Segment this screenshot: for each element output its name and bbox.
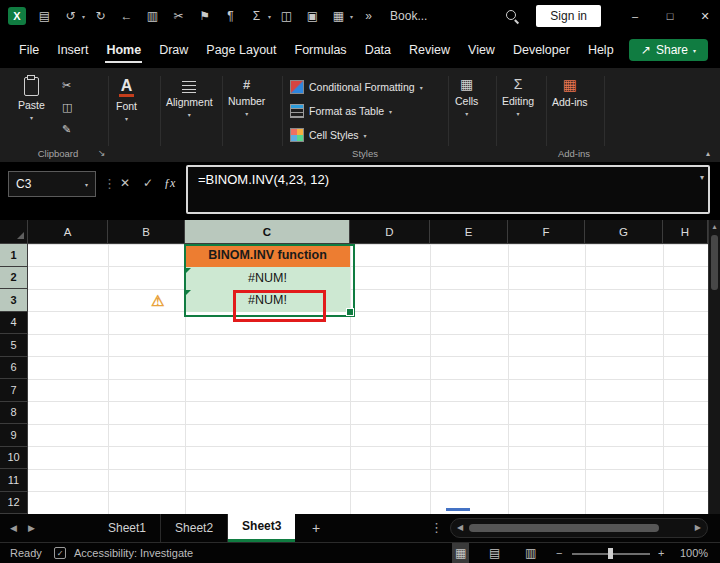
flag-icon[interactable]: ⚑ — [194, 9, 215, 23]
zoom-slider-thumb[interactable] — [608, 548, 613, 559]
search-icon[interactable] — [505, 9, 519, 23]
menu-tab-draw[interactable]: Draw — [150, 34, 197, 66]
excel-logo-icon[interactable]: X — [8, 7, 26, 25]
vertical-scrollbar-thumb[interactable] — [711, 235, 718, 290]
zoom-in-button[interactable]: + — [658, 543, 664, 563]
insert-function-button[interactable]: ƒx — [164, 176, 175, 191]
minimize-button[interactable]: – — [620, 0, 650, 32]
menu-tab-file[interactable]: File — [10, 34, 48, 66]
previous-sheet-button[interactable]: ◀ — [10, 514, 17, 542]
sheet-area[interactable] — [28, 244, 708, 514]
menu-tab-developer[interactable]: Developer — [504, 34, 579, 66]
number-menu-button[interactable]: # Number ▾ — [228, 77, 265, 117]
row-header-11[interactable]: 11 — [0, 469, 28, 492]
scroll-up-button[interactable]: ▴ — [709, 222, 720, 231]
formula-input[interactable]: =BINOM.INV(4,23, 12) — [186, 165, 710, 214]
normal-view-button[interactable]: ▦ — [452, 543, 469, 563]
row-header-5[interactable]: 5 — [0, 334, 28, 357]
zoom-level[interactable]: 100% — [680, 543, 708, 563]
menu-tab-review[interactable]: Review — [400, 34, 459, 66]
undo-icon[interactable]: ↺ — [60, 9, 81, 23]
cell-c1[interactable]: BINOM.INV function — [185, 244, 350, 267]
share-button[interactable]: ↗ Share ▾ — [629, 39, 708, 61]
accessibility-status[interactable]: Accessibility: Investigate — [74, 543, 193, 563]
page-layout-view-button[interactable]: ▤ — [489, 543, 500, 563]
formula-bar-collapse-chevron-icon[interactable]: ▾ — [700, 173, 704, 182]
next-sheet-button[interactable]: ▶ — [28, 514, 35, 542]
cancel-entry-button[interactable]: ✕ — [120, 176, 130, 190]
redo-icon[interactable]: ↻ — [90, 9, 111, 23]
paste-button[interactable]: Paste ▾ — [18, 77, 45, 121]
column-header-a[interactable]: A — [28, 220, 108, 244]
editing-menu-button[interactable]: Σ Editing ▾ — [502, 77, 534, 117]
error-options-button[interactable]: ⚠ — [151, 292, 164, 310]
menu-tab-view[interactable]: View — [459, 34, 504, 66]
row-header-6[interactable]: 6 — [0, 357, 28, 380]
column-header-d[interactable]: D — [350, 220, 430, 244]
row-header-3[interactable]: 3 — [0, 289, 28, 312]
menu-tab-data[interactable]: Data — [356, 34, 400, 66]
close-button[interactable]: ✕ — [690, 0, 720, 32]
copy-button[interactable]: ◫ — [62, 101, 72, 114]
row-header-1[interactable]: 1 — [0, 244, 28, 267]
table-icon[interactable]: ▦ — [328, 9, 349, 23]
scroll-left-button[interactable]: ◀ — [457, 519, 463, 537]
paragraph-icon[interactable]: ¶ — [220, 9, 241, 23]
column-header-e[interactable]: E — [430, 220, 508, 244]
cell-styles-button[interactable]: Cell Styles ▾ — [290, 128, 367, 142]
horizontal-scrollbar[interactable]: ◀ ▶ — [450, 518, 708, 538]
column-header-c[interactable]: C — [185, 220, 350, 244]
clipboard-icon[interactable]: ▥ — [142, 9, 163, 23]
format-as-table-button[interactable]: Format as Table ▾ — [290, 104, 392, 118]
back-icon[interactable]: ← — [116, 9, 137, 23]
alignment-menu-button[interactable]: Alignment ▾ — [166, 77, 213, 118]
cells-menu-button[interactable]: ▦ Cells ▾ — [455, 77, 478, 117]
camera-icon[interactable]: ▣ — [302, 9, 323, 23]
save-icon[interactable]: ▤ — [34, 9, 55, 23]
column-header-h[interactable]: H — [663, 220, 708, 244]
row-header-9[interactable]: 9 — [0, 424, 28, 447]
copy-icon[interactable]: ◫ — [276, 9, 297, 23]
collapse-ribbon-chevron-icon[interactable]: ▴ — [706, 149, 710, 158]
row-header-4[interactable]: 4 — [0, 312, 28, 335]
enter-entry-button[interactable]: ✓ — [143, 176, 153, 190]
row-header-8[interactable]: 8 — [0, 402, 28, 425]
sum-icon[interactable]: Σ — [246, 9, 267, 23]
vertical-scrollbar[interactable]: ▴ — [708, 220, 720, 514]
cell-c2[interactable]: #NUM! — [185, 267, 350, 290]
row-header-7[interactable]: 7 — [0, 379, 28, 402]
cut-button[interactable]: ✂ — [62, 79, 71, 92]
addins-button[interactable]: ▦ Add-ins — [552, 77, 588, 108]
menu-tab-home[interactable]: Home — [97, 34, 150, 66]
name-box[interactable]: C3 ▾ — [8, 171, 96, 197]
sheet-tab-sheet3[interactable]: Sheet3 — [228, 514, 295, 542]
select-all-button[interactable] — [0, 220, 28, 244]
row-header-2[interactable]: 2 — [0, 267, 28, 290]
column-header-f[interactable]: F — [508, 220, 585, 244]
font-menu-button[interactable]: A Font ▾ — [116, 77, 137, 122]
more-commands-icon[interactable]: » — [358, 9, 379, 23]
undo-dropdown-chevron-icon[interactable]: ▾ — [82, 13, 85, 20]
conditional-formatting-button[interactable]: Conditional Formatting ▾ — [290, 80, 423, 94]
column-header-g[interactable]: G — [585, 220, 663, 244]
accessibility-checker-icon[interactable]: ✓ — [54, 547, 66, 559]
sheet-options-button[interactable]: ⋮ — [430, 514, 443, 542]
table-dropdown-chevron-icon[interactable]: ▾ — [350, 13, 353, 20]
horizontal-scrollbar-thumb[interactable] — [469, 524, 659, 532]
sheet-tab-sheet1[interactable]: Sheet1 — [94, 514, 161, 542]
menu-tab-formulas[interactable]: Formulas — [286, 34, 356, 66]
zoom-out-button[interactable]: − — [556, 543, 562, 563]
row-header-12[interactable]: 12 — [0, 492, 28, 515]
sum-dropdown-chevron-icon[interactable]: ▾ — [268, 13, 271, 20]
cut-icon[interactable]: ✂ — [168, 9, 189, 23]
maximize-button[interactable]: □ — [655, 0, 685, 32]
fill-handle[interactable] — [346, 308, 354, 316]
format-painter-button[interactable]: ✎ — [62, 123, 71, 136]
sign-in-button[interactable]: Sign in — [536, 5, 601, 27]
page-break-preview-button[interactable]: ▥ — [525, 543, 536, 563]
scroll-right-button[interactable]: ▶ — [695, 519, 701, 537]
column-header-b[interactable]: B — [108, 220, 185, 244]
row-header-10[interactable]: 10 — [0, 447, 28, 470]
clipboard-dialog-launcher-icon[interactable]: ↘ — [98, 148, 106, 158]
menu-tab-insert[interactable]: Insert — [48, 34, 97, 66]
